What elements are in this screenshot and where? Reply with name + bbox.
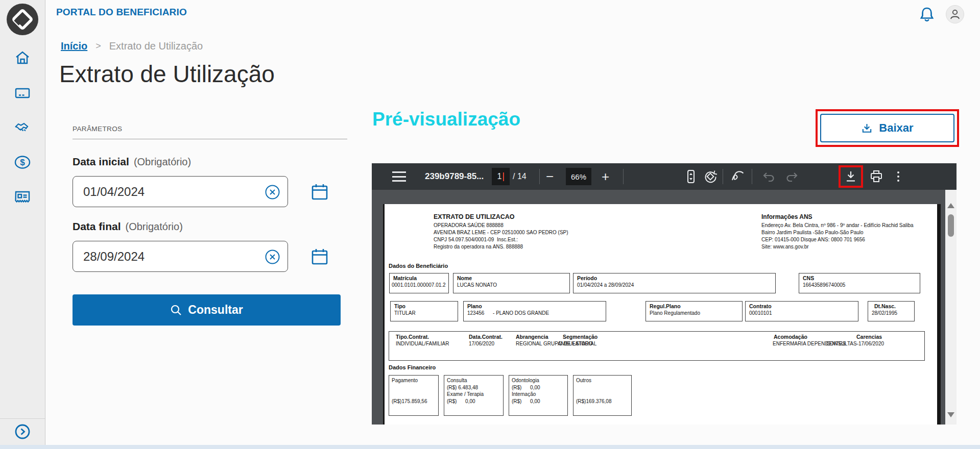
pdf-scrollbar[interactable] [945,190,957,425]
end-date-label: Data final [73,220,121,233]
pdf-page-number: 1 [497,172,502,181]
parameters-section-label: PARÂMETROS [73,125,348,133]
breadcrumb: Início > Extrato de Utilização [61,40,203,52]
end-date-clear-button[interactable] [265,249,280,265]
notifications-button[interactable] [918,6,936,24]
consultar-label: Consultar [188,303,243,317]
start-date-input[interactable]: 01/04/2024 [73,176,288,207]
field-label: Período [573,275,775,282]
text-caret [503,172,504,181]
app-title: PORTAL DO BENEFICIARIO [56,7,187,18]
statement-icon [13,188,32,206]
start-date-label: Data inicial [73,156,129,168]
rotate-icon [703,169,718,184]
scroll-up-arrow-icon[interactable] [947,203,954,208]
handshake-icon [13,118,32,137]
rotate-button[interactable] [703,169,718,184]
fit-page-button[interactable] [684,169,698,184]
pdf-menu-button[interactable] [392,171,406,182]
card-icon [14,84,31,102]
page-title: Extrato de Utilização [59,60,275,88]
doc-line: CNPJ 54.097.504/0001-09 Insc.Est.: [434,236,568,243]
zoom-in-button[interactable]: + [602,169,609,185]
clear-circle-x-icon [265,184,280,200]
pen-squiggle-icon [730,169,746,184]
pdf-download-button[interactable] [839,165,863,188]
field-value: AMBULATORIAL [558,341,596,346]
fin-box-pagamento: Pagamento (R$)175.859,56 [389,375,439,416]
field-label: Matrícula [390,275,448,282]
sidebar-item-home[interactable] [11,49,34,67]
baixar-button[interactable]: Baixar [820,114,954,142]
pdf-filename: 239b9789-85... [425,171,484,182]
breadcrumb-separator: > [95,41,101,52]
sidebar-item-handshake[interactable] [11,118,34,137]
sidebar-item-card[interactable] [11,84,34,102]
field-label: Plano [464,303,606,310]
pdf-canvas: EXTRATO DE UTILIZACAO OPERADORA SAÚDE 88… [372,190,957,425]
zoom-out-button[interactable]: − [546,169,554,185]
doc-line: AVENIDA BRAZ LEME - CEP 02510000 SAO PED… [434,229,568,236]
fin-line: (R$) 0,00 [444,398,503,405]
print-button[interactable] [869,169,883,184]
fin-line: Internação [509,391,567,398]
redo-button[interactable] [784,170,799,183]
field-value: 123456 - PLANO DOS GRANDE [464,310,606,316]
end-date-value: 28/09/2024 [73,250,145,264]
field-value: TITULAR [391,310,458,316]
start-date-calendar-button[interactable] [309,182,330,202]
field-value: 01/04/2024 a 28/09/2024 [573,282,775,288]
section-title-financeiro: Dados Financeiro [389,364,436,370]
baixar-annotation-box: Baixar [816,109,959,147]
calendar-icon [309,182,330,202]
doc-line: CEP: 01415-000 Disque ANS: 0800 701 9656 [761,236,914,243]
field-label: Tipo [391,303,458,310]
doc-header-operadora: EXTRATO DE UTILIZACAO OPERADORA SAÚDE 88… [434,213,568,251]
undo-icon [762,170,776,183]
sidebar: $ [0,0,45,445]
field-label: Regul.Plano [646,303,742,310]
user-avatar[interactable] [946,5,964,23]
start-date-clear-button[interactable] [265,184,280,200]
pdf-page-input[interactable]: 1 [492,168,510,185]
pdf-page-total: / 14 [513,172,527,181]
fin-box-odontologia: Odontologia (R$) 0,00 Internação (R$) 0,… [509,375,568,416]
field-value: 00010101 [746,310,858,316]
contract-details-box: Tipo.Contrat. Data.Contrat. Abrangencia … [389,331,925,361]
end-date-calendar-button[interactable] [309,246,330,267]
chevron-right-icon [14,423,31,440]
breadcrumb-home-link[interactable]: Início [61,40,87,52]
svg-text:$: $ [20,158,25,167]
sidebar-expand-button[interactable] [13,423,32,441]
home-icon [14,49,31,67]
sidebar-item-statement[interactable] [11,188,34,206]
fin-line: (R$) 0,00 [509,384,567,391]
end-date-input[interactable]: 28/09/2024 [73,241,288,272]
doc-line: Site: www.ans.gov.br [761,243,914,251]
clear-circle-x-icon [265,249,280,265]
fin-line: Exame / Terapia [444,391,503,398]
fin-line: Odontologia [509,377,567,384]
scrollbar-thumb[interactable] [948,214,954,237]
annotate-button[interactable] [730,169,746,184]
sidebar-item-financial[interactable]: $ [11,153,34,171]
fin-line: (R$)169.376,08 [573,398,631,405]
more-options-button[interactable] [897,171,900,182]
field-label: Dt.Nasc. [868,303,914,310]
field-dt-nasc: Dt.Nasc. 28/02/1995 [868,301,915,321]
field-label: Tipo.Contrat. [396,334,429,340]
undo-button[interactable] [762,170,776,183]
fin-box-outros: Outros (R$)169.376,08 [573,375,632,416]
scroll-down-arrow-icon[interactable] [947,412,954,417]
sidebar-footer [0,418,45,445]
download-icon [844,170,857,183]
fit-page-icon [684,169,698,184]
start-date-value: 01/04/2024 [73,185,145,199]
fin-line [573,384,631,391]
fin-line: (R$)175.859,56 [389,398,438,405]
app-logo[interactable] [7,4,38,35]
section-title-beneficiario: Dados do Beneficiário [389,263,448,269]
consultar-button[interactable]: Consultar [73,294,341,326]
zoom-level[interactable]: 66% [566,168,591,185]
field-value: CONSULTAS-17/06/2020 [826,341,884,346]
